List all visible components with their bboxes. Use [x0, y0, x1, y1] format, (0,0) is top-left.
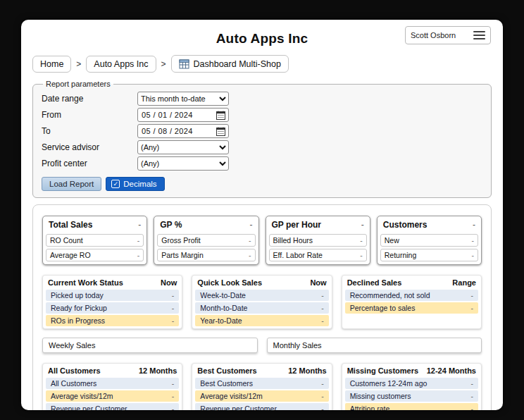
kpi-card-title: Customers	[383, 220, 428, 230]
kpi-sub-value: -	[360, 236, 363, 245]
breadcrumb-separator: >	[161, 59, 166, 69]
panel-title: Best Customers	[197, 366, 256, 375]
kpi-sub-label: Returning	[385, 251, 417, 259]
metric-value: -	[470, 291, 473, 299]
metric-value: -	[321, 304, 324, 312]
metric-row: Ready for Pickup -	[46, 302, 179, 314]
kpi-sub-row: Average RO -	[46, 249, 144, 261]
kpi-sub-row: Billed Hours -	[269, 234, 367, 247]
panel-range: 12 Months	[288, 366, 326, 375]
kpi-card-value: -	[473, 220, 475, 230]
metric-value: -	[321, 291, 324, 299]
metric-row: ROs in Progress -	[46, 315, 179, 326]
service-advisor-select[interactable]: (Any)	[137, 140, 229, 154]
panel-title: Declined Sales	[347, 278, 402, 287]
metric-row: Best Customers -	[195, 378, 328, 389]
metric-row: Picked up today -	[46, 290, 179, 301]
breadcrumb-dashboard-multi-shop[interactable]: Dashboard Multi-Shop	[171, 55, 289, 73]
kpi-sub-label: Average RO	[50, 251, 91, 259]
date-range-label: Date range	[42, 94, 137, 104]
metric-label: Week-to-Date	[200, 291, 246, 299]
profit-center-row: Profit center (Any)	[42, 156, 482, 171]
panel-current-work-status: Current Work Status Now Picked up today …	[42, 275, 182, 329]
kpi-sub-value: -	[249, 236, 251, 245]
date-range-select[interactable]: This month to-date	[137, 92, 229, 106]
metric-row: Revenue per Customer -	[195, 403, 328, 410]
kpi-card-header: GP per Hour -	[269, 218, 367, 232]
metric-label: All Customers	[51, 379, 96, 388]
kpi-card-title: Total Sales	[49, 220, 92, 230]
chart-headers-row: Weekly Sales Monthly Sales	[42, 338, 482, 353]
metric-row: Missing customers -	[345, 390, 478, 402]
service-advisor-label: Service advisor	[42, 142, 137, 152]
service-advisor-row: Service advisor (Any)	[42, 140, 482, 154]
metric-label: Revenue per Customer	[51, 404, 127, 410]
app-window: Auto Apps Inc Scott Osborn Home > Auto A…	[21, 20, 503, 410]
kpi-card-gp-per-hour: GP per Hour - Billed Hours - Eff. Labor …	[266, 216, 370, 265]
metric-label: Attrition rate	[350, 404, 390, 410]
metric-row: Average visits/12m -	[195, 390, 328, 402]
param-buttons-row: Load Report ✓ Decimals	[42, 177, 482, 191]
profit-center-label: Profit center	[42, 159, 137, 168]
metric-row: Attrition rate -	[345, 403, 478, 410]
from-label: From	[42, 110, 137, 120]
calendar-icon[interactable]	[216, 127, 225, 136]
kpi-sub-label: Parts Margin	[161, 251, 204, 259]
kpi-card-value: -	[138, 220, 141, 230]
kpi-sub-row: New -	[380, 234, 478, 247]
decimals-button-label: Decimals	[123, 180, 156, 188]
breadcrumb-home[interactable]: Home	[32, 56, 71, 73]
profit-center-select[interactable]: (Any)	[137, 156, 229, 171]
panel-title: Current Work Status	[48, 278, 123, 287]
kpi-sub-label: Eff. Labor Rate	[273, 251, 323, 259]
panel-header: All Customers 12 Months	[46, 366, 179, 378]
kpi-card-title: GP per Hour	[272, 220, 321, 230]
to-date-input[interactable]	[138, 127, 211, 135]
from-date-input[interactable]	[138, 111, 211, 119]
kpi-sub-value: -	[137, 236, 140, 245]
panel-title: Missing Customers	[347, 366, 418, 375]
report-parameters-legend: Report parameters	[43, 80, 113, 88]
panel-range: Now	[310, 278, 326, 287]
breadcrumb-separator: >	[76, 59, 81, 69]
metric-label: Percentage to sales	[350, 304, 416, 312]
panel-declined-sales: Declined Sales Range Recommended, not so…	[342, 275, 482, 329]
kpi-card-total-sales: Total Sales - RO Count - Average RO -	[42, 216, 147, 265]
panel-header: Quick Look Sales Now	[195, 278, 328, 290]
panel-range: 12 Months	[139, 366, 177, 375]
panel-title: All Customers	[48, 366, 101, 375]
panel-best-customers: Best Customers 12 Months Best Customers …	[192, 363, 332, 410]
metric-value: -	[172, 404, 175, 410]
user-menu[interactable]: Scott Osborn	[405, 26, 491, 44]
hamburger-menu-icon[interactable]	[473, 31, 485, 39]
to-date-field	[137, 124, 229, 138]
breadcrumb: Home > Auto Apps Inc > Dashboard Multi-S…	[21, 51, 503, 73]
kpi-sub-row: Returning -	[380, 249, 478, 261]
kpi-sub-value: -	[137, 251, 140, 259]
metric-label: Best Customers	[200, 379, 253, 388]
decimals-button[interactable]: ✓ Decimals	[106, 177, 164, 191]
status-panels-row: Current Work Status Now Picked up today …	[42, 275, 482, 329]
checkbox-checked-icon: ✓	[111, 180, 120, 188]
kpi-cards-row: Total Sales - RO Count - Average RO - GP…	[42, 216, 482, 265]
metric-row: Average visits/12m -	[46, 390, 179, 402]
kpi-sub-value: -	[249, 251, 251, 259]
calendar-icon[interactable]	[216, 111, 225, 120]
kpi-card-header: Total Sales -	[46, 218, 144, 232]
metric-label: Year-to-Date	[200, 316, 242, 325]
breadcrumb-auto-apps-inc[interactable]: Auto Apps Inc	[86, 56, 156, 73]
panel-header: Current Work Status Now	[46, 278, 179, 290]
metric-value: -	[172, 379, 175, 388]
load-report-button[interactable]: Load Report	[42, 177, 101, 191]
kpi-card-title: GP %	[160, 220, 182, 230]
kpi-sub-value: -	[472, 236, 475, 245]
metric-label: Missing customers	[350, 392, 411, 400]
kpi-sub-label: Billed Hours	[273, 236, 313, 245]
metric-row: Customers 12-24m ago -	[345, 378, 478, 389]
metric-row: Week-to-Date -	[195, 290, 328, 301]
from-date-row: From	[42, 108, 482, 122]
kpi-card-value: -	[361, 220, 364, 230]
customer-panels-row: All Customers 12 Months All Customers - …	[42, 363, 482, 410]
panel-header: Missing Customers 12-24 Months	[345, 366, 478, 378]
metric-label: Recommended, not sold	[350, 291, 430, 299]
